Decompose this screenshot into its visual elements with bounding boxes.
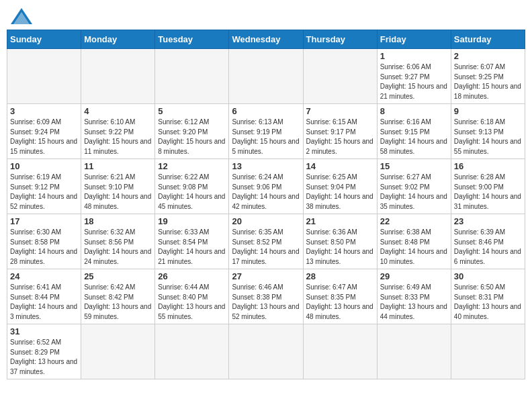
day-number: 28 <box>306 271 374 281</box>
calendar-day-cell: 8Sunrise: 6:16 AM Sunset: 9:15 PM Daylig… <box>377 104 451 159</box>
day-info: Sunrise: 6:42 AM Sunset: 8:42 PM Dayligh… <box>84 283 152 322</box>
day-info: Sunrise: 6:36 AM Sunset: 8:50 PM Dayligh… <box>306 228 374 267</box>
day-number: 6 <box>232 106 300 116</box>
day-number: 29 <box>380 271 448 281</box>
day-info: Sunrise: 6:19 AM Sunset: 9:12 PM Dayligh… <box>10 173 78 212</box>
day-number: 10 <box>10 161 78 171</box>
day-info: Sunrise: 6:39 AM Sunset: 8:46 PM Dayligh… <box>454 228 522 267</box>
day-number: 2 <box>454 51 522 61</box>
calendar-day-cell: 23Sunrise: 6:39 AM Sunset: 8:46 PM Dayli… <box>451 214 525 269</box>
day-number: 27 <box>232 271 300 281</box>
calendar-day-cell: 21Sunrise: 6:36 AM Sunset: 8:50 PM Dayli… <box>303 214 377 269</box>
calendar-day-cell: 27Sunrise: 6:46 AM Sunset: 8:38 PM Dayli… <box>229 269 303 324</box>
day-number: 8 <box>380 106 448 116</box>
calendar-day-cell: 15Sunrise: 6:27 AM Sunset: 9:02 PM Dayli… <box>377 159 451 214</box>
calendar-week-row: 17Sunrise: 6:30 AM Sunset: 8:58 PM Dayli… <box>7 214 525 269</box>
day-number: 3 <box>10 106 78 116</box>
weekday-header: Friday <box>377 30 451 49</box>
calendar-day-cell: 18Sunrise: 6:32 AM Sunset: 8:56 PM Dayli… <box>81 214 155 269</box>
day-number: 11 <box>84 161 152 171</box>
day-number: 31 <box>10 326 78 336</box>
calendar-day-cell <box>229 49 303 104</box>
day-number: 14 <box>306 161 374 171</box>
calendar-week-row: 3Sunrise: 6:09 AM Sunset: 9:24 PM Daylig… <box>7 104 525 159</box>
calendar-day-cell: 20Sunrise: 6:35 AM Sunset: 8:52 PM Dayli… <box>229 214 303 269</box>
day-info: Sunrise: 6:52 AM Sunset: 8:29 PM Dayligh… <box>10 338 78 377</box>
calendar-day-cell: 3Sunrise: 6:09 AM Sunset: 9:24 PM Daylig… <box>7 104 81 159</box>
day-number: 16 <box>454 161 522 171</box>
calendar-header-row: SundayMondayTuesdayWednesdayThursdayFrid… <box>7 30 525 49</box>
day-info: Sunrise: 6:24 AM Sunset: 9:06 PM Dayligh… <box>232 173 300 212</box>
calendar-day-cell: 25Sunrise: 6:42 AM Sunset: 8:42 PM Dayli… <box>81 269 155 324</box>
logo-icon <box>9 7 34 26</box>
calendar-day-cell: 24Sunrise: 6:41 AM Sunset: 8:44 PM Dayli… <box>7 269 81 324</box>
day-info: Sunrise: 6:09 AM Sunset: 9:24 PM Dayligh… <box>10 118 78 156</box>
weekday-header: Sunday <box>7 30 81 49</box>
day-number: 30 <box>454 271 522 281</box>
day-number: 21 <box>306 216 374 226</box>
calendar-day-cell: 26Sunrise: 6:44 AM Sunset: 8:40 PM Dayli… <box>155 269 229 324</box>
day-info: Sunrise: 6:16 AM Sunset: 9:15 PM Dayligh… <box>380 118 448 156</box>
day-number: 1 <box>380 51 448 61</box>
header <box>7 7 525 26</box>
calendar-day-cell: 12Sunrise: 6:22 AM Sunset: 9:08 PM Dayli… <box>155 159 229 214</box>
day-number: 12 <box>158 161 226 171</box>
calendar-day-cell: 13Sunrise: 6:24 AM Sunset: 9:06 PM Dayli… <box>229 159 303 214</box>
day-info: Sunrise: 6:49 AM Sunset: 8:33 PM Dayligh… <box>380 283 448 322</box>
day-info: Sunrise: 6:50 AM Sunset: 8:31 PM Dayligh… <box>454 283 522 322</box>
day-number: 17 <box>10 216 78 226</box>
day-number: 19 <box>158 216 226 226</box>
day-number: 9 <box>454 106 522 116</box>
day-info: Sunrise: 6:25 AM Sunset: 9:04 PM Dayligh… <box>306 173 374 212</box>
calendar-day-cell: 9Sunrise: 6:18 AM Sunset: 9:13 PM Daylig… <box>451 104 525 159</box>
weekday-header: Thursday <box>303 30 377 49</box>
day-info: Sunrise: 6:27 AM Sunset: 9:02 PM Dayligh… <box>380 173 448 212</box>
calendar-week-row: 24Sunrise: 6:41 AM Sunset: 8:44 PM Dayli… <box>7 269 525 324</box>
calendar-day-cell <box>81 49 155 104</box>
day-info: Sunrise: 6:18 AM Sunset: 9:13 PM Dayligh… <box>454 118 522 156</box>
weekday-header: Tuesday <box>155 30 229 49</box>
calendar-week-row: 10Sunrise: 6:19 AM Sunset: 9:12 PM Dayli… <box>7 159 525 214</box>
calendar-day-cell: 22Sunrise: 6:38 AM Sunset: 8:48 PM Dayli… <box>377 214 451 269</box>
calendar-day-cell: 5Sunrise: 6:12 AM Sunset: 9:20 PM Daylig… <box>155 104 229 159</box>
calendar-day-cell <box>303 324 377 379</box>
day-info: Sunrise: 6:15 AM Sunset: 9:17 PM Dayligh… <box>306 118 374 156</box>
day-info: Sunrise: 6:13 AM Sunset: 9:19 PM Dayligh… <box>232 118 300 156</box>
calendar-day-cell: 6Sunrise: 6:13 AM Sunset: 9:19 PM Daylig… <box>229 104 303 159</box>
calendar-day-cell: 17Sunrise: 6:30 AM Sunset: 8:58 PM Dayli… <box>7 214 81 269</box>
calendar-day-cell: 16Sunrise: 6:28 AM Sunset: 9:00 PM Dayli… <box>451 159 525 214</box>
day-number: 7 <box>306 106 374 116</box>
calendar-day-cell <box>451 324 525 379</box>
day-info: Sunrise: 6:38 AM Sunset: 8:48 PM Dayligh… <box>380 228 448 267</box>
day-info: Sunrise: 6:44 AM Sunset: 8:40 PM Dayligh… <box>158 283 226 322</box>
day-number: 25 <box>84 271 152 281</box>
day-number: 23 <box>454 216 522 226</box>
day-info: Sunrise: 6:10 AM Sunset: 9:22 PM Dayligh… <box>84 118 152 156</box>
calendar-day-cell: 31Sunrise: 6:52 AM Sunset: 8:29 PM Dayli… <box>7 324 81 379</box>
day-number: 5 <box>158 106 226 116</box>
calendar-day-cell <box>155 49 229 104</box>
logo <box>9 7 36 26</box>
day-number: 24 <box>10 271 78 281</box>
day-info: Sunrise: 6:28 AM Sunset: 9:00 PM Dayligh… <box>454 173 522 212</box>
day-info: Sunrise: 6:06 AM Sunset: 9:27 PM Dayligh… <box>380 62 448 101</box>
day-info: Sunrise: 6:32 AM Sunset: 8:56 PM Dayligh… <box>84 228 152 267</box>
weekday-header: Saturday <box>451 30 525 49</box>
calendar-day-cell: 7Sunrise: 6:15 AM Sunset: 9:17 PM Daylig… <box>303 104 377 159</box>
day-info: Sunrise: 6:21 AM Sunset: 9:10 PM Dayligh… <box>84 173 152 212</box>
calendar-day-cell <box>377 324 451 379</box>
day-info: Sunrise: 6:22 AM Sunset: 9:08 PM Dayligh… <box>158 173 226 212</box>
calendar-day-cell: 29Sunrise: 6:49 AM Sunset: 8:33 PM Dayli… <box>377 269 451 324</box>
day-number: 13 <box>232 161 300 171</box>
calendar-day-cell <box>155 324 229 379</box>
day-number: 18 <box>84 216 152 226</box>
calendar-day-cell: 2Sunrise: 6:07 AM Sunset: 9:25 PM Daylig… <box>451 49 525 104</box>
calendar-day-cell <box>7 49 81 104</box>
calendar-day-cell: 4Sunrise: 6:10 AM Sunset: 9:22 PM Daylig… <box>81 104 155 159</box>
day-info: Sunrise: 6:41 AM Sunset: 8:44 PM Dayligh… <box>10 283 78 322</box>
day-info: Sunrise: 6:07 AM Sunset: 9:25 PM Dayligh… <box>454 62 522 101</box>
weekday-header: Wednesday <box>229 30 303 49</box>
calendar-day-cell: 10Sunrise: 6:19 AM Sunset: 9:12 PM Dayli… <box>7 159 81 214</box>
day-info: Sunrise: 6:12 AM Sunset: 9:20 PM Dayligh… <box>158 118 226 156</box>
calendar-day-cell: 30Sunrise: 6:50 AM Sunset: 8:31 PM Dayli… <box>451 269 525 324</box>
